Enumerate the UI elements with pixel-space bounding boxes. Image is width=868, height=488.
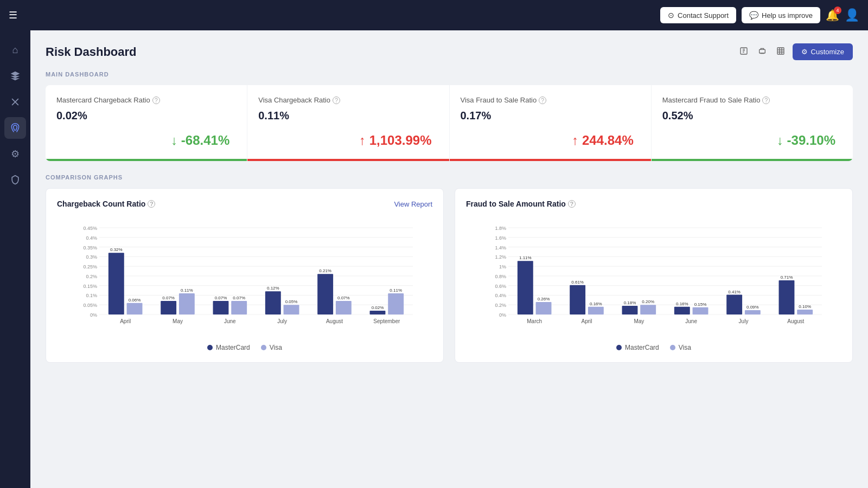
- svg-text:August: August: [787, 318, 804, 324]
- contact-support-button[interactable]: ⊙ Contact Support: [660, 7, 736, 23]
- svg-rect-106: [797, 310, 813, 314]
- svg-text:0.18%: 0.18%: [624, 300, 636, 305]
- chart2-legend-visa: Visa: [670, 344, 691, 351]
- gear-icon: ⚙: [801, 48, 808, 56]
- svg-text:0.07%: 0.07%: [233, 296, 245, 300]
- sidebar-item-settings[interactable]: ⚙: [4, 143, 26, 165]
- customize-button[interactable]: ⚙ Customize: [793, 43, 853, 60]
- svg-rect-56: [388, 293, 404, 314]
- metric-card-title-3: Mastercard Fraud to Sale Ratio ?: [662, 96, 842, 104]
- svg-rect-54: [370, 311, 386, 314]
- metric-card-0: Mastercard Chargeback Ratio ? 0.02% ↓ -6…: [46, 85, 247, 161]
- svg-text:1%: 1%: [499, 264, 506, 269]
- svg-text:0.35%: 0.35%: [83, 245, 97, 251]
- sidebar-item-home[interactable]: ⌂: [4, 39, 26, 61]
- print-button[interactable]: [756, 44, 769, 60]
- section-label-comparison: COMPARISON GRAPHS: [46, 174, 853, 181]
- metric-info-icon-2[interactable]: ?: [539, 97, 546, 104]
- svg-text:0.6%: 0.6%: [495, 284, 506, 289]
- svg-text:0.16%: 0.16%: [590, 301, 602, 306]
- chargeback-chart-card: Chargeback Count Ratio ? View Report 0.4…: [46, 188, 444, 363]
- chart1-info-icon[interactable]: ?: [148, 200, 155, 208]
- sidebar-item-layers[interactable]: [4, 65, 26, 87]
- main-content: Risk Dashboard ⚙ Customize MAIN DASHBOAR…: [30, 30, 868, 488]
- metric-card-change-3: ↓ -39.10%: [662, 129, 842, 155]
- header-actions: ⚙ Customize: [737, 43, 853, 60]
- chart2-title: Fraud to Sale Amount Ratio ?: [466, 200, 576, 208]
- svg-text:0.06%: 0.06%: [129, 298, 141, 303]
- user-profile-button[interactable]: 👤: [845, 8, 859, 22]
- chart1-legend-mastercard: MasterCard: [207, 344, 250, 351]
- svg-text:July: July: [739, 318, 749, 324]
- sidebar-item-cross[interactable]: [4, 91, 26, 113]
- chart2-info-icon[interactable]: ?: [568, 200, 576, 208]
- svg-rect-34: [161, 301, 176, 314]
- svg-text:0.05%: 0.05%: [83, 303, 97, 308]
- chart2-visa-dot: [670, 345, 675, 350]
- sidebar-item-shield[interactable]: [4, 169, 26, 191]
- svg-text:0.07%: 0.07%: [215, 296, 227, 300]
- svg-text:0.2%: 0.2%: [495, 303, 506, 308]
- section-label-main-dashboard: MAIN DASHBOARD: [46, 71, 853, 78]
- metric-card-bar-2: [450, 159, 651, 161]
- chart2-mastercard-dot: [616, 345, 622, 350]
- svg-text:April: April: [581, 318, 592, 324]
- table-view-button[interactable]: [774, 44, 787, 60]
- svg-rect-41: [231, 301, 247, 314]
- svg-text:September: September: [373, 318, 400, 324]
- svg-text:0%: 0%: [90, 312, 97, 318]
- metric-info-icon-0[interactable]: ?: [152, 97, 160, 104]
- svg-text:June: June: [685, 318, 697, 324]
- metric-card-title-0: Mastercard Chargeback Ratio ?: [56, 96, 236, 104]
- svg-text:July: July: [277, 318, 287, 324]
- support-icon: ⊙: [668, 11, 674, 20]
- svg-rect-86: [588, 307, 604, 314]
- svg-rect-84: [570, 285, 585, 314]
- svg-text:0.15%: 0.15%: [83, 284, 97, 289]
- svg-rect-36: [179, 293, 195, 314]
- chart2-legend-mastercard: MasterCard: [616, 344, 659, 351]
- metric-card-bar-3: [652, 159, 853, 161]
- svg-text:0.16%: 0.16%: [676, 301, 688, 306]
- svg-rect-89: [622, 306, 638, 314]
- metric-card-3: Mastercard Fraud to Sale Ratio ? 0.52% ↓…: [652, 85, 853, 161]
- svg-rect-79: [518, 261, 533, 314]
- comment-icon: 💬: [749, 11, 758, 20]
- svg-text:April: April: [120, 318, 131, 324]
- svg-text:0%: 0%: [499, 312, 506, 318]
- page-title: Risk Dashboard: [46, 45, 137, 59]
- svg-text:0.11%: 0.11%: [181, 288, 193, 293]
- svg-rect-96: [693, 307, 709, 314]
- svg-text:0.4%: 0.4%: [495, 293, 506, 298]
- svg-text:1.11%: 1.11%: [519, 255, 532, 260]
- svg-text:May: May: [173, 318, 183, 324]
- metric-info-icon-3[interactable]: ?: [762, 97, 770, 104]
- chart1-view-report-button[interactable]: View Report: [394, 200, 432, 208]
- svg-text:0.3%: 0.3%: [86, 254, 97, 260]
- chart1-legend-visa: Visa: [261, 344, 282, 351]
- help-improve-button[interactable]: 💬 Help us improve: [742, 7, 820, 23]
- svg-rect-101: [745, 310, 761, 314]
- chart1-svg: 0.45%0.4%0.35%0.3%0.25%0.2%0.15%0.1%0.05…: [57, 217, 432, 336]
- chart1-header: Chargeback Count Ratio ? View Report: [57, 200, 432, 208]
- download-pdf-button[interactable]: [737, 44, 750, 60]
- svg-text:0.20%: 0.20%: [642, 299, 654, 304]
- mastercard-dot: [207, 345, 213, 350]
- fraud-chart-card: Fraud to Sale Amount Ratio ? 1.8%1.6%1.4…: [455, 188, 853, 363]
- notifications-button[interactable]: 🔔 4: [826, 9, 839, 22]
- svg-rect-29: [108, 253, 124, 314]
- sidebar-item-fingerprint[interactable]: [4, 117, 26, 139]
- metric-card-title-2: Visa Fraud to Sale Ratio ?: [461, 96, 640, 104]
- metric-info-icon-1[interactable]: ?: [333, 97, 340, 104]
- svg-text:0.26%: 0.26%: [538, 297, 550, 301]
- svg-text:0.2%: 0.2%: [86, 274, 97, 279]
- metric-card-bar-1: [247, 159, 449, 161]
- metric-card-change-1: ↑ 1,103.99%: [258, 129, 438, 155]
- svg-rect-51: [336, 301, 352, 314]
- hamburger-button[interactable]: ☰: [9, 9, 17, 21]
- svg-rect-31: [127, 303, 143, 314]
- svg-text:0.07%: 0.07%: [337, 296, 350, 300]
- svg-text:0.41%: 0.41%: [728, 290, 741, 294]
- svg-text:0.10%: 0.10%: [799, 304, 811, 309]
- svg-text:0.15%: 0.15%: [694, 302, 707, 307]
